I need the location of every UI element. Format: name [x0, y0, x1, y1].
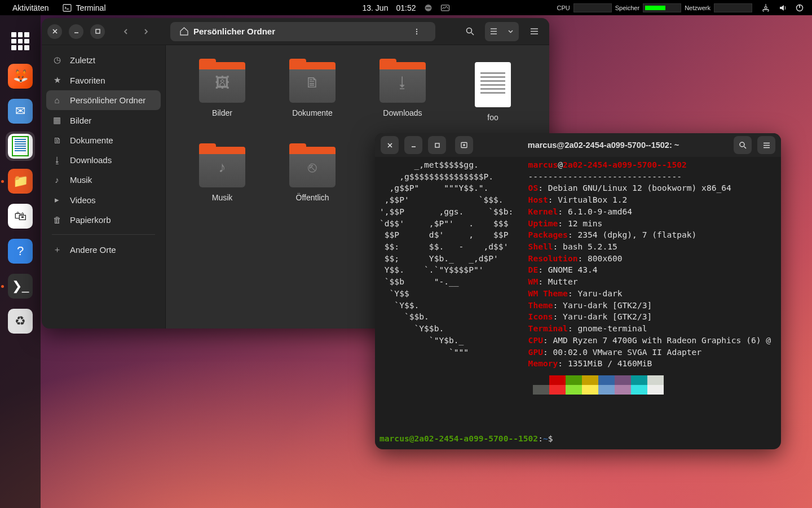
dock-software[interactable]: 🛍 [6, 202, 35, 231]
terminal-window: marcus@2a02-2454-a099-5700--1502: ~ _,me… [375, 133, 781, 449]
dock-files[interactable]: 📁 [6, 167, 35, 196]
close-button[interactable] [381, 136, 399, 154]
do-not-disturb-icon[interactable] [423, 3, 433, 12]
minimize-button[interactable] [69, 24, 83, 39]
network-spark [714, 3, 752, 12]
terminal-body[interactable]: _,met$$$$$gg. marcus@2a02-2454-a099-5700… [375, 157, 781, 445]
current-app-indicator[interactable]: Terminal [58, 2, 111, 14]
system-monitor-icon[interactable] [440, 3, 449, 12]
share-icon: ⎋ [308, 159, 317, 176]
sidebar-item-recent[interactable]: ◷Zuletzt [42, 50, 165, 70]
svg-rect-5 [96, 29, 100, 33]
cpu-spark [573, 3, 612, 12]
forward-button[interactable] [136, 22, 156, 41]
folder-bilder[interactable]: 🖼Bilder [183, 62, 262, 141]
topbar: Aktivitäten Terminal 13. Jun 01:52 CPU S… [0, 0, 812, 15]
chevron-down-icon [502, 22, 519, 41]
memory-indicator[interactable]: Speicher [615, 3, 681, 12]
dock-trash[interactable]: ♻ [6, 306, 35, 336]
path-menu-button[interactable] [407, 22, 426, 41]
svg-rect-2 [426, 7, 430, 8]
sidebar-item-home[interactable]: ⌂Persönlicher Ordner [46, 90, 161, 110]
search-button[interactable] [460, 22, 479, 41]
svg-point-8 [416, 33, 417, 34]
terminal-search-button[interactable] [734, 136, 752, 154]
image-icon: 🖼 [215, 74, 230, 91]
dock: 🦊 ✉ LibreOffice Writer 📁 🛍 ? ❯_ ♻ [0, 15, 41, 508]
power-icon[interactable] [795, 3, 804, 12]
sidebar-item-music[interactable]: ♪Musik [42, 170, 165, 190]
music-icon: ♪ [219, 159, 226, 176]
date-label[interactable]: 13. Jun [363, 3, 389, 12]
terminal-headerbar: marcus@2a02-2454-a099-5700--1502: ~ [375, 133, 781, 157]
maximize-button[interactable] [90, 24, 105, 39]
files-headerbar: Persönlicher Ordner [42, 18, 549, 45]
hamburger-menu-button[interactable] [524, 22, 544, 41]
text-file-icon [475, 62, 511, 107]
close-button[interactable] [47, 24, 62, 39]
dock-mail[interactable]: ✉ [6, 97, 35, 126]
menu-icon [529, 27, 539, 36]
svg-rect-0 [63, 5, 71, 11]
svg-point-6 [416, 28, 417, 29]
download-icon: ⭳ [52, 155, 62, 165]
show-apps-button[interactable] [6, 27, 35, 56]
sidebar-item-trash[interactable]: 🗑Papierkorb [42, 210, 165, 230]
file-foo[interactable]: foo [453, 62, 532, 141]
list-view-icon [485, 22, 502, 41]
sidebar-item-other[interactable]: ＋Andere Orte [42, 239, 165, 260]
path-label: Persönlicher Ordner [193, 27, 275, 36]
trash-icon: 🗑 [52, 215, 62, 225]
app-name-label: Terminal [76, 3, 106, 12]
dock-firefox[interactable]: 🦊 [6, 62, 35, 91]
terminal-menu-button[interactable] [757, 136, 775, 154]
home-icon [179, 27, 189, 36]
network-wired-icon[interactable] [761, 3, 770, 12]
volume-icon[interactable] [778, 3, 787, 12]
view-toggle[interactable] [485, 22, 519, 41]
sidebar-separator [52, 234, 155, 235]
minimize-button[interactable] [404, 136, 422, 154]
sidebar: ◷Zuletzt ★Favoriten ⌂Persönlicher Ordner… [42, 45, 166, 329]
dock-terminal[interactable]: ❯_ [6, 271, 35, 301]
svg-point-7 [416, 30, 417, 32]
folder-public[interactable]: ⎋Öffentlich [273, 147, 352, 226]
doc-icon: 🗎 [305, 74, 320, 91]
sidebar-item-downloads[interactable]: ⭳Downloads [42, 150, 165, 170]
search-icon [465, 27, 475, 36]
memory-spark [643, 3, 681, 12]
time-label[interactable]: 01:52 [396, 3, 416, 12]
dock-libreoffice-writer[interactable]: LibreOffice Writer [6, 132, 35, 161]
terminal-icon [63, 3, 72, 12]
download-icon: ⭳ [395, 74, 410, 91]
folder-musik[interactable]: ♪Musik [183, 147, 262, 226]
star-icon: ★ [52, 75, 62, 85]
image-icon: ▦ [52, 115, 62, 125]
sidebar-item-favorites[interactable]: ★Favoriten [42, 70, 165, 90]
svg-point-9 [466, 28, 471, 33]
music-icon: ♪ [52, 175, 62, 185]
home-icon: ⌂ [52, 95, 62, 105]
activities-button[interactable]: Aktivitäten [8, 2, 54, 14]
terminal-title: marcus@2a02-2454-a099-5700--1502: ~ [479, 141, 728, 150]
svg-point-12 [740, 142, 744, 147]
clock-icon: ◷ [52, 55, 62, 65]
maximize-button[interactable] [428, 136, 446, 154]
cpu-indicator[interactable]: CPU [557, 3, 612, 12]
color-swatches [533, 375, 665, 395]
back-button[interactable] [116, 22, 135, 41]
video-icon: ▸ [52, 195, 62, 205]
new-tab-button[interactable] [455, 136, 473, 154]
sidebar-item-documents[interactable]: 🗎Dokumente [42, 130, 165, 150]
folder-downloads[interactable]: ⭳Downloads [363, 62, 442, 141]
plus-icon: ＋ [52, 244, 62, 255]
path-bar[interactable]: Persönlicher Ordner [170, 22, 435, 41]
folder-dokumente[interactable]: 🗎Dokumente [273, 62, 352, 141]
sidebar-item-pictures[interactable]: ▦Bilder [42, 110, 165, 130]
sidebar-item-videos[interactable]: ▸Videos [42, 190, 165, 210]
dock-help[interactable]: ? [6, 237, 35, 266]
network-indicator[interactable]: Netzwerk [685, 3, 752, 12]
doc-icon: 🗎 [52, 135, 62, 145]
svg-rect-10 [435, 143, 439, 147]
